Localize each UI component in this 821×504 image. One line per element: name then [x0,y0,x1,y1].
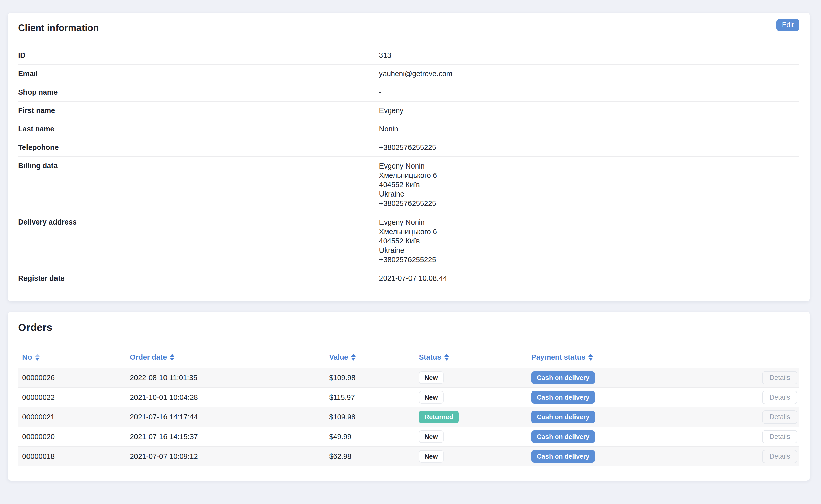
column-header-actions [683,353,799,368]
status-badge: New [419,391,443,404]
field-label: Telepohone [18,143,379,152]
sort-icon [588,354,593,361]
edit-button[interactable]: Edit [776,19,799,31]
column-label: Status [419,353,441,361]
orders-header-row: No Order date Value Status Payment statu… [18,353,799,368]
sort-icon [170,354,174,361]
status-badge: Returned [419,411,459,423]
payment-status-badge: Cash on delivery [531,411,595,423]
column-label: Order date [130,353,167,361]
cell-actions: Details [683,387,799,407]
delivery-line: Evgeny Nonin [379,218,799,227]
column-header-payment-status[interactable]: Payment status [531,353,683,368]
client-info-table: ID 313 Email yauheni@getreve.com Shop na… [18,46,799,287]
delivery-line: +3802576255225 [379,255,799,264]
payment-status-badge: Cash on delivery [531,430,595,443]
payment-status-badge: Cash on delivery [531,450,595,463]
sort-icon [444,354,449,361]
table-row: 00000026 2022-08-10 11:01:35 $109.98 New… [18,368,799,387]
cell-order-no: 00000026 [18,368,130,387]
info-row-telephone: Telepohone +3802576255225 [18,138,799,157]
column-header-no[interactable]: No [18,353,130,368]
cell-order-date: 2021-07-07 10:09:12 [130,446,329,466]
info-row-shop-name: Shop name - [18,83,799,102]
info-row-billing-data: Billing data Evgeny Nonin Хмельницького … [18,157,799,213]
cell-order-no: 00000018 [18,446,130,466]
status-badge: New [419,371,443,384]
cell-order-value: $109.98 [329,368,419,387]
cell-order-status: New [419,446,531,466]
details-button[interactable]: Details [762,371,797,384]
table-row: 00000020 2021-07-16 14:15:37 $49.99 New … [18,427,799,446]
payment-status-badge: Cash on delivery [531,391,595,404]
billing-line: Хмельницького 6 [379,171,799,180]
field-value: Evgeny [379,106,799,115]
payment-status-badge: Cash on delivery [531,371,595,384]
delivery-line: Хмельницького 6 [379,227,799,236]
cell-order-value: $109.98 [329,407,419,427]
column-header-order-date[interactable]: Order date [130,353,329,368]
cell-order-no: 00000021 [18,407,130,427]
cell-order-status: New [419,387,531,407]
status-badge: New [419,450,443,463]
info-row-delivery-address: Delivery address Evgeny Nonin Хмельницьк… [18,213,799,269]
field-label: First name [18,106,379,115]
delivery-line: Ukraine [379,246,799,255]
field-label: Register date [18,274,379,283]
billing-line: Evgeny Nonin [379,161,799,171]
column-header-value[interactable]: Value [329,353,419,368]
cell-actions: Details [683,407,799,427]
info-row-register-date: Register date 2021-07-07 10:08:44 [18,269,799,287]
field-value: - [379,88,799,97]
cell-order-date: 2022-08-10 11:01:35 [130,368,329,387]
table-row: 00000022 2021-10-01 10:04:28 $115.97 New… [18,387,799,407]
details-button[interactable]: Details [762,430,797,443]
field-label: Last name [18,125,379,133]
cell-order-no: 00000020 [18,427,130,446]
details-button[interactable]: Details [762,410,797,424]
cell-payment-status: Cash on delivery [531,368,683,387]
field-value: +3802576255225 [379,143,799,152]
field-value: 313 [379,51,799,60]
table-row: 00000018 2021-07-07 10:09:12 $62.98 New … [18,446,799,466]
cell-payment-status: Cash on delivery [531,427,683,446]
field-label: Email [18,69,379,78]
field-label: Billing data [18,161,379,170]
details-button[interactable]: Details [762,391,797,404]
page: Client information Edit ID 313 Email yau… [0,0,821,481]
cell-payment-status: Cash on delivery [531,407,683,427]
cell-order-date: 2021-10-01 10:04:28 [130,387,329,407]
status-badge: New [419,430,443,443]
field-label: Shop name [18,88,379,97]
cell-order-status: New [419,427,531,446]
cell-order-status: New [419,368,531,387]
delivery-line: 404552 Київ [379,236,799,246]
orders-card: Orders No Order date Value [8,312,810,481]
cell-order-date: 2021-07-16 14:15:37 [130,427,329,446]
cell-order-date: 2021-07-16 14:17:44 [130,407,329,427]
info-row-id: ID 313 [18,46,799,65]
cell-actions: Details [683,368,799,387]
column-label: Value [329,353,348,361]
cell-order-value: $115.97 [329,387,419,407]
info-row-email: Email yauheni@getreve.com [18,65,799,83]
details-button[interactable]: Details [762,450,797,463]
column-label: Payment status [531,353,585,361]
cell-actions: Details [683,427,799,446]
column-label: No [22,353,32,361]
column-header-status[interactable]: Status [419,353,531,368]
cell-actions: Details [683,446,799,466]
info-row-last-name: Last name Nonin [18,120,799,138]
client-info-title: Client information [18,23,799,33]
field-label: ID [18,51,379,60]
field-value: 2021-07-07 10:08:44 [379,274,799,283]
billing-line: Ukraine [379,189,799,199]
cell-order-status: Returned [419,407,531,427]
sort-icon [35,354,40,361]
field-label: Delivery address [18,218,379,227]
billing-line: 404552 Київ [379,180,799,189]
field-value: Nonin [379,125,799,133]
client-info-card: Client information Edit ID 313 Email yau… [8,13,810,301]
table-row: 00000021 2021-07-16 14:17:44 $109.98 Ret… [18,407,799,427]
sort-icon [351,354,356,361]
